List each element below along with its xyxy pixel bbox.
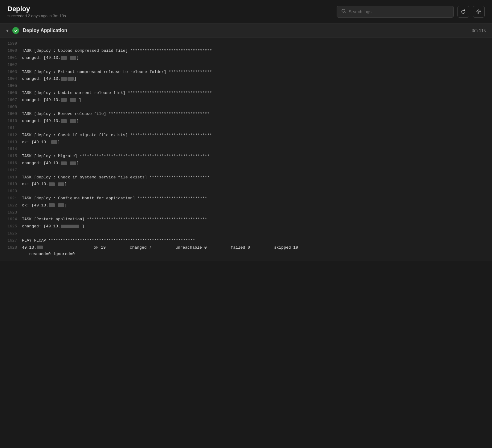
chevron-down-icon: ▾ [6,28,9,34]
log-line: 1623 [0,209,492,216]
header-left: Deploy succeeded 2 days ago in 3m 19s [7,5,66,18]
search-input[interactable] [349,9,449,14]
section-title: Deploy Application [23,28,67,33]
log-line: 1616 changed: [49.13. ] [0,160,492,167]
settings-icon [476,9,481,14]
log-line: 1622 ok: [49.13. ] [0,202,492,209]
log-line: 1612 TASK [deploy : Check if migrate fil… [0,132,492,139]
log-line: 1625 changed: [49.13. ] [0,223,492,230]
log-line: 1607 changed: [49.13. ] [0,97,492,104]
log-area: 1599 1600 TASK [deploy : Upload compress… [0,38,492,261]
log-line: 1613 ok: [49.13. ] [0,139,492,146]
log-line: 1627 PLAY RECAP ************************… [0,237,492,244]
log-line: 1600 TASK [deploy : Upload compressed bu… [0,47,492,55]
refresh-button[interactable] [457,6,469,18]
page-title: Deploy [7,5,66,13]
log-line: 1618 TASK [deploy : Check if systemd ser… [0,174,492,181]
log-line: 1602 [0,62,492,69]
search-icon [341,9,346,15]
header-subtitle: succeeded 2 days ago in 3m 19s [7,14,66,18]
section-header[interactable]: ▾ Deploy Application 3m 11s [0,23,492,38]
log-line: 1626 [0,230,492,237]
refresh-icon [461,9,466,14]
success-icon [12,27,19,34]
log-line: 1601 changed: [49.13. ] [0,55,492,62]
log-line: 1624 TASK [Restart application] ********… [0,216,492,223]
log-line: 1609 TASK [deploy : Remove release file]… [0,111,492,118]
log-line: 1599 [0,40,492,47]
section-header-left: ▾ Deploy Application [6,27,67,34]
log-line: 1604 changed: [49.13.] [0,75,492,83]
log-line: 1606 TASK [deploy : Update current relea… [0,90,492,97]
section-duration: 3m 11s [472,28,486,33]
log-line-recap: 1628 49.13. : ok=19 changed=7 unreachabl… [0,244,492,251]
log-line: 1615 TASK [deploy : Migrate] ***********… [0,153,492,160]
log-line: 1614 [0,146,492,153]
log-line: 1605 [0,83,492,90]
log-line: 1619 ok: [49.13. ] [0,181,492,188]
recap-continuation: rescued=0 ignored=0 [0,251,492,259]
header-right [337,6,485,18]
settings-button[interactable] [473,6,485,18]
svg-point-2 [478,11,479,12]
log-line: 1610 changed: [49.13. ] [0,118,492,125]
log-line: 1608 [0,104,492,111]
search-box[interactable] [337,6,454,18]
log-line: 1617 [0,167,492,174]
log-line: 1620 [0,188,492,195]
log-line: 1621 TASK [deploy : Configure Monit for … [0,195,492,202]
log-line: 1603 TASK [deploy : Extract compressed r… [0,69,492,76]
header: Deploy succeeded 2 days ago in 3m 19s [0,0,492,23]
log-line: 1611 [0,125,492,132]
svg-line-1 [345,12,346,13]
